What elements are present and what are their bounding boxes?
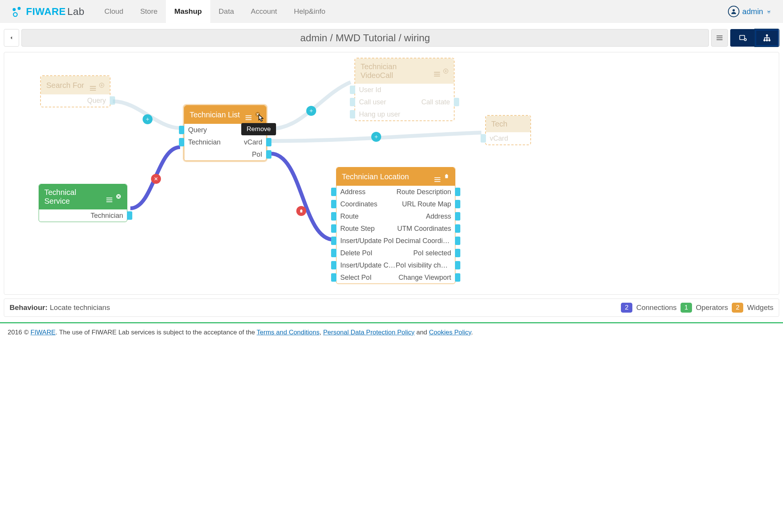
input-port[interactable]: [331, 249, 336, 257]
input-port-label: Query: [188, 126, 247, 134]
output-port[interactable]: [455, 212, 460, 221]
output-port[interactable]: [455, 200, 460, 208]
menu-icon[interactable]: [434, 66, 440, 76]
input-port-label: User Id: [359, 86, 404, 94]
wire-remove-button[interactable]: [151, 174, 161, 184]
output-port[interactable]: [455, 224, 460, 233]
nav-tab-cloud[interactable]: Cloud: [96, 0, 132, 23]
output-port[interactable]: [110, 96, 115, 105]
view-menu: [711, 29, 728, 47]
input-port[interactable]: [481, 134, 486, 143]
input-port[interactable]: [331, 212, 336, 221]
link-pdpp[interactable]: Personal Data Protection Policy: [323, 329, 414, 336]
component-technical-service[interactable]: Technical Service Technician: [39, 184, 127, 222]
component-header[interactable]: Tech: [486, 116, 530, 132]
wire-add-button[interactable]: [143, 114, 153, 124]
component-title: Technician VideoCall: [361, 62, 431, 80]
component-header[interactable]: Technician Location: [336, 167, 455, 186]
wire-add-button[interactable]: [306, 106, 316, 116]
user-icon: [728, 6, 739, 17]
connections-label: Connections: [636, 303, 677, 312]
mode-buttons: [730, 29, 779, 47]
input-port-label: Select PoI: [340, 274, 396, 282]
output-port-label: UTM Coordinates: [396, 225, 451, 233]
input-port[interactable]: [331, 261, 336, 269]
component-search-for[interactable]: Search For Query: [40, 75, 110, 107]
operators-label: Operators: [696, 303, 728, 312]
input-port[interactable]: [331, 224, 336, 233]
input-port[interactable]: [179, 138, 184, 146]
nav-tab-mashup[interactable]: Mashup: [166, 0, 210, 23]
back-button[interactable]: [4, 29, 19, 47]
component-header[interactable]: Technician VideoCall: [355, 58, 454, 84]
component-technician-location[interactable]: Technician Location AddressRoute Descrip…: [336, 167, 455, 284]
output-port-label: Technician: [43, 212, 123, 220]
input-port[interactable]: [179, 126, 184, 134]
input-port-label: Coordinates: [340, 200, 396, 208]
menu-icon[interactable]: [245, 109, 252, 120]
wiring-canvas[interactable]: Search For Query Technician List Query U…: [4, 52, 779, 295]
component-title: Technician List: [190, 110, 242, 119]
input-port-label: vCard: [490, 135, 526, 143]
menu-icon[interactable]: [434, 171, 440, 182]
wire-delete-button[interactable]: [296, 206, 306, 216]
nav-tab-help[interactable]: Help&info: [286, 0, 334, 23]
status-bar: Behaviour: Locate technicians 2 Connecti…: [4, 298, 779, 317]
output-port[interactable]: [454, 98, 459, 106]
hamburger-icon: [716, 36, 723, 40]
output-port[interactable]: [455, 237, 460, 245]
input-port[interactable]: [350, 86, 355, 94]
output-port[interactable]: [455, 273, 460, 282]
menu-icon[interactable]: [106, 191, 112, 202]
add-icon[interactable]: [443, 67, 448, 76]
input-port[interactable]: [331, 188, 336, 196]
component-technician-videocall[interactable]: Technician VideoCall User Id Call userCa…: [354, 58, 455, 121]
wiring-view-button[interactable]: [755, 29, 779, 47]
port-row: Insert/Update PoIDecimal Coordin…: [336, 235, 455, 247]
user-menu[interactable]: admin: [728, 6, 772, 17]
link-cookies[interactable]: Cookies Policy: [429, 329, 471, 336]
link-fiware[interactable]: FIWARE: [31, 329, 55, 336]
svg-point-2: [13, 13, 17, 16]
component-header[interactable]: Technician List: [184, 105, 266, 124]
remove-icon[interactable]: [115, 193, 122, 201]
trash-icon[interactable]: [443, 172, 450, 181]
input-port[interactable]: [331, 273, 336, 282]
component-header[interactable]: Technical Service: [39, 184, 127, 209]
remove-icon[interactable]: [255, 110, 261, 119]
add-component-button[interactable]: [730, 29, 755, 47]
output-port[interactable]: [127, 211, 132, 220]
operators-count: 1: [681, 303, 692, 313]
port-row: CoordinatesURL Route Map: [336, 198, 455, 210]
workspace-menu-button[interactable]: [711, 29, 728, 47]
wire-add-button[interactable]: [371, 132, 381, 142]
output-port[interactable]: [455, 261, 460, 269]
link-terms[interactable]: Terms and Conditions: [257, 329, 319, 336]
chevron-down-icon: [766, 7, 772, 16]
output-port[interactable]: [266, 150, 271, 159]
component-tech-partial[interactable]: Tech vCard: [485, 115, 531, 145]
output-port[interactable]: [266, 138, 271, 146]
nav-tab-account[interactable]: Account: [242, 0, 286, 23]
input-port[interactable]: [350, 110, 355, 118]
output-port[interactable]: [455, 188, 460, 196]
input-port[interactable]: [331, 237, 336, 245]
output-port[interactable]: [455, 249, 460, 257]
input-port[interactable]: [350, 98, 355, 106]
svg-point-7: [764, 40, 765, 41]
add-icon[interactable]: [99, 81, 104, 90]
nav-tab-store[interactable]: Store: [132, 0, 166, 23]
component-header[interactable]: Search For: [41, 76, 110, 94]
port-row: Delete PoIPoI selected: [336, 247, 455, 259]
tooltip: Remove: [241, 123, 276, 135]
fiware-lab-logo[interactable]: FIWARELab: [11, 6, 84, 18]
port-row: Select PoIChange Viewport: [336, 271, 455, 284]
menu-icon[interactable]: [90, 80, 96, 91]
logo-text: FIWARELab: [26, 6, 84, 18]
port-row: Route StepUTM Coordinates: [336, 222, 455, 235]
footer-legal: 2016 © FIWARE. The use of FIWARE Lab ser…: [0, 322, 783, 344]
svg-point-6: [766, 35, 768, 36]
nav-tab-data[interactable]: Data: [210, 0, 242, 23]
input-port[interactable]: [331, 200, 336, 208]
input-port-label: Insert/Update C…: [340, 261, 396, 269]
